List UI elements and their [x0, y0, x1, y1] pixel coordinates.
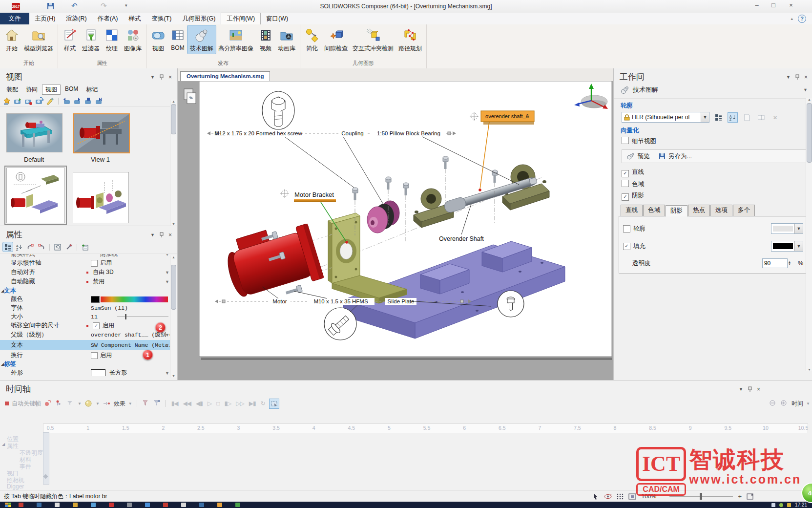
property-row-paper-size[interactable]: 纸张空间中的尺寸✓启用: [0, 321, 170, 330]
track-properties[interactable]: 属性: [7, 442, 19, 450]
menu-tab-render[interactable]: 渲染(R): [61, 13, 92, 24]
stop-view-icon[interactable]: [84, 97, 92, 105]
zoom-slider[interactable]: [669, 496, 733, 497]
property-row-size[interactable]: 大小11: [0, 312, 170, 321]
bom-button[interactable]: BOM: [168, 25, 187, 52]
next-view-icon[interactable]: [95, 97, 103, 105]
checkbox-checked[interactable]: ✓: [622, 193, 629, 201]
windows-taskbar[interactable]: 17:21: [0, 502, 812, 508]
taskbar-app-icon[interactable]: [181, 503, 186, 507]
sort-az-icon[interactable]: AZ: [14, 242, 24, 252]
effects-sphere-icon[interactable]: [84, 400, 93, 407]
animation-library-button[interactable]: 动画库: [275, 25, 298, 54]
taskbar-app-icon[interactable]: [199, 503, 204, 507]
close-button[interactable]: ×: [784, 0, 798, 11]
option-color-regions[interactable]: 色域: [614, 178, 812, 190]
property-row-auto-hide[interactable]: 自动隐藏禁用▼: [0, 277, 170, 286]
property-row-auto-align[interactable]: 自动对齐自由 3D▼: [0, 268, 170, 277]
property-row-inertia-axis[interactable]: 显示惯性轴启用: [0, 258, 170, 268]
select-cursor-icon[interactable]: [592, 493, 599, 500]
save-icon[interactable]: [47, 2, 54, 11]
clearance-check-button[interactable]: 间隙检查: [322, 25, 350, 54]
menu-tab-home[interactable]: 主页(H): [29, 13, 61, 24]
undo-icon[interactable]: ↶: [71, 1, 78, 10]
thumbnail-mode-icon[interactable]: [713, 112, 724, 123]
checkbox-unchecked[interactable]: [623, 225, 630, 233]
stop-button[interactable]: □: [216, 400, 219, 407]
tab-hotspots[interactable]: 热点: [688, 205, 710, 216]
record-view-icon[interactable]: [24, 97, 33, 105]
prev-view-icon[interactable]: [62, 97, 71, 105]
help-icon[interactable]: ?: [798, 15, 806, 23]
start-button[interactable]: [5, 503, 12, 508]
tray-icon[interactable]: [779, 503, 783, 507]
next-frame-button[interactable]: ▮▷: [224, 400, 231, 407]
menu-tab-author[interactable]: 作者(A): [92, 13, 124, 24]
option-lines[interactable]: ✓直线: [614, 167, 812, 178]
property-row-shape[interactable]: 外形 长方形▼: [0, 368, 170, 376]
video-button[interactable]: 视频: [256, 25, 275, 54]
create-view-icon[interactable]: [3, 97, 11, 105]
expand-view-icon[interactable]: [747, 493, 753, 500]
detail-callout-hex-screw[interactable]: [262, 91, 294, 129]
styles-button[interactable]: 样式: [60, 25, 80, 54]
tab-bom[interactable]: BOM: [62, 85, 82, 95]
tab-shadows[interactable]: 阴影: [666, 205, 687, 216]
key-properties-icon[interactable]: [55, 400, 63, 407]
chevron-down-icon[interactable]: ▼: [150, 75, 155, 80]
property-row-parent-level[interactable]: 父级（级别）overender shaft__ (级别 0▼: [0, 330, 170, 339]
update-view-icon[interactable]: [14, 97, 22, 105]
timeline-ruler[interactable]: 0.511.522.533.544.555.566.577.588.599.51…: [43, 423, 808, 433]
taskbar-app-icon[interactable]: [145, 503, 150, 507]
menu-tab-transform[interactable]: 变换(T): [146, 13, 177, 24]
workshop-scrollbar[interactable]: ▲▼: [806, 98, 812, 371]
checkbox-checked[interactable]: ✓: [623, 243, 630, 250]
option-shadows[interactable]: ✓阴影: [614, 190, 812, 204]
tab-color-regions[interactable]: 色域: [643, 205, 665, 216]
set-key-icon[interactable]: [44, 400, 52, 407]
high-res-image-button[interactable]: 高分辨率图像: [216, 25, 256, 54]
filter-position-icon[interactable]: [142, 400, 150, 407]
prev-frame-button[interactable]: ◀▮: [196, 400, 203, 407]
zoom-timeline-out-icon[interactable]: [769, 400, 777, 407]
taskbar-app-icon[interactable]: [55, 503, 60, 507]
property-section-label[interactable]: ◢标签: [0, 360, 170, 369]
close-icon[interactable]: ×: [804, 74, 808, 81]
preview-button[interactable]: 预览: [627, 152, 650, 161]
technical-illustration-button[interactable]: 技术图解: [187, 25, 216, 54]
menu-tab-workshop[interactable]: 工作间(W): [221, 13, 261, 24]
menu-tab-geometry[interactable]: 几何图形(G): [177, 13, 221, 24]
reset-icon[interactable]: [53, 242, 62, 252]
view-thumbnail-default[interactable]: [6, 113, 62, 152]
filter-camera-icon[interactable]: [153, 400, 161, 407]
refresh-view-icon[interactable]: [35, 97, 43, 105]
property-row-color[interactable]: 颜色: [0, 295, 170, 304]
categorize-icon[interactable]: [3, 242, 13, 252]
tray-icon[interactable]: [787, 503, 791, 507]
copy-style-icon[interactable]: [25, 242, 35, 252]
menu-tab-style[interactable]: 样式: [123, 13, 146, 24]
taskbar-app-icon[interactable]: [109, 503, 114, 507]
eyedropper-icon[interactable]: [64, 242, 74, 252]
taskbar-app-icon[interactable]: [127, 503, 132, 507]
filters-button[interactable]: 过滤器: [80, 25, 102, 54]
view-thumbnail-exploded-2[interactable]: [73, 172, 129, 223]
effects-menu[interactable]: 效果: [114, 400, 125, 408]
property-row-text[interactable]: 文本SW Component Name (Meta.▼: [0, 340, 170, 350]
time-mode-dropdown[interactable]: 时间: [791, 400, 803, 408]
color-spectrum[interactable]: [101, 296, 168, 302]
size-slider-thumb[interactable]: [125, 314, 126, 319]
sort-az-icon[interactable]: AZ: [728, 112, 738, 123]
autokey-icon[interactable]: [5, 402, 9, 405]
checkbox-checked[interactable]: ✓: [93, 322, 100, 329]
chevron-down-icon[interactable]: ▼: [150, 233, 155, 237]
expander-icon[interactable]: ◢: [2, 442, 5, 446]
delete-style-icon[interactable]: ×: [770, 112, 780, 123]
qat-more-icon[interactable]: ▾: [125, 3, 127, 8]
menu-tab-window[interactable]: 窗口(W): [261, 13, 293, 24]
taskbar-app-icon[interactable]: [19, 503, 23, 507]
paintbrush-icon[interactable]: [46, 97, 54, 105]
track-digger[interactable]: Digger: [7, 483, 24, 490]
image-library-button[interactable]: + 图像库: [122, 25, 144, 54]
tab-markup[interactable]: 标记: [83, 85, 101, 95]
